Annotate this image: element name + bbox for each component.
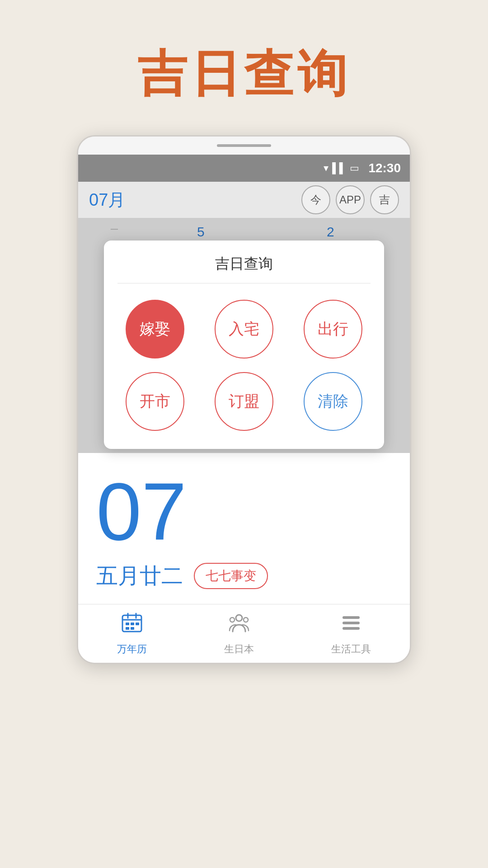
option-kaishi[interactable]: 开市 [126,372,184,431]
nav-label-birthday: 生日本 [224,642,254,656]
calendar-area: 一 5 十 2 [78,218,410,453]
svg-rect-8 [131,627,134,630]
svg-rect-12 [343,616,360,619]
calendar-nav-icon [121,612,143,640]
svg-point-9 [236,615,242,621]
nav-label-tools: 生活工具 [331,642,371,656]
today-button[interactable]: 今 [301,185,330,214]
battery-icon: ▭ [350,162,359,174]
svg-rect-14 [343,627,360,630]
tools-nav-icon [340,612,362,640]
auspicious-day-dialog: 吉日查询 嫁娶 入宅 出行 开市 订盟 [104,241,384,449]
svg-rect-13 [343,622,360,624]
phone-indicator [217,144,271,147]
app-button[interactable]: APP [336,185,365,214]
status-time: 12:30 [368,161,401,175]
option-ruzhai[interactable]: 入宅 [215,300,273,359]
phone-top-bar [78,137,410,155]
nav-item-birthday[interactable]: 生日本 [224,612,254,656]
nav-item-calendar[interactable]: 万年历 [117,612,147,656]
nav-label-calendar: 万年历 [117,642,147,656]
month-label: 07月 [89,189,125,212]
date-lunar-info: 五月廿二 七七事变 [96,561,392,590]
page-title-area: 吉日查询 [0,0,488,135]
lunar-date-text: 五月廿二 [96,561,183,590]
dialog-options: 嫁娶 入宅 出行 开市 订盟 清除 [117,300,371,431]
app-header: 07月 今 APP 吉 [78,182,410,218]
dialog-title: 吉日查询 [117,254,371,283]
option-clear[interactable]: 清除 [304,372,362,431]
nav-item-tools[interactable]: 生活工具 [331,612,371,656]
page-main-title: 吉日查询 [137,46,351,101]
date-big-number: 07 [96,471,392,552]
bottom-nav: 万年历 生日本 [78,604,410,663]
ji-button[interactable]: 吉 [370,185,399,214]
option-jiaqü[interactable]: 嫁娶 [126,300,184,359]
svg-rect-4 [126,623,129,625]
svg-rect-6 [136,623,139,625]
dialog-overlay: 吉日查询 嫁娶 入宅 出行 开市 订盟 [78,218,410,453]
svg-rect-5 [131,623,134,625]
signal-icon: ▌▌ [332,162,346,174]
wifi-icon: ▾ [324,162,328,174]
header-buttons: 今 APP 吉 [301,185,399,214]
option-dingmeng[interactable]: 订盟 [215,372,273,431]
svg-point-11 [244,618,248,622]
svg-point-10 [230,618,235,622]
date-detail-section: 07 五月廿二 七七事变 [78,453,410,604]
event-badge: 七七事变 [194,563,268,589]
svg-rect-7 [126,627,129,630]
option-chuxing[interactable]: 出行 [304,300,362,359]
status-icons: ▾ ▌▌ ▭ [324,162,359,174]
birthday-nav-icon [228,612,250,640]
phone-frame: ▾ ▌▌ ▭ 12:30 07月 今 APP 吉 [77,135,411,664]
status-bar: ▾ ▌▌ ▭ 12:30 [78,155,410,182]
